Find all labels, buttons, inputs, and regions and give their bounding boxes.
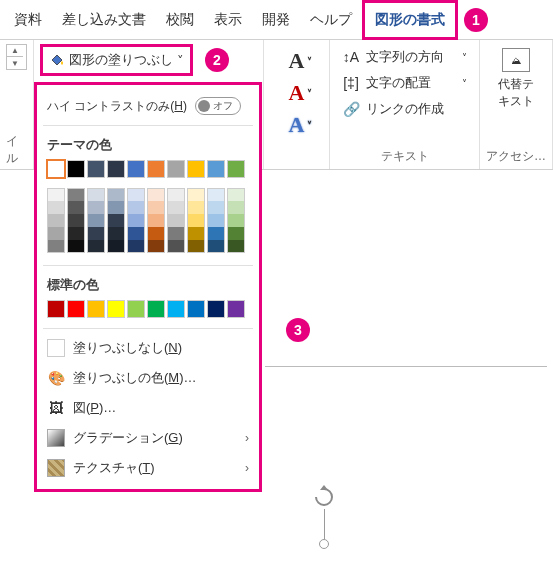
color-swatch[interactable] (187, 300, 205, 318)
color-swatch[interactable] (167, 201, 185, 214)
color-swatch[interactable] (47, 214, 65, 227)
color-swatch[interactable] (167, 300, 185, 318)
shape-anchor-dot[interactable] (319, 539, 329, 549)
wordart-a-fill-icon[interactable]: A˅ (289, 80, 305, 106)
create-link-button[interactable]: 🔗 リンクの作成 (336, 96, 473, 122)
color-swatch[interactable] (67, 227, 85, 240)
color-swatch[interactable] (207, 188, 225, 201)
color-swatch[interactable] (47, 188, 65, 201)
color-swatch[interactable] (207, 240, 225, 253)
color-swatch[interactable] (87, 201, 105, 214)
color-swatch[interactable] (147, 160, 165, 178)
tab-references[interactable]: 資料 (4, 3, 52, 37)
tab-developer[interactable]: 開発 (252, 3, 300, 37)
color-swatch[interactable] (187, 201, 205, 214)
color-swatch[interactable] (87, 300, 105, 318)
color-swatch[interactable] (227, 240, 245, 253)
color-swatch[interactable] (187, 240, 205, 253)
color-swatch[interactable] (127, 214, 145, 227)
picture-fill-item[interactable]: 🖼 図(P)… (37, 393, 259, 423)
color-swatch[interactable] (167, 188, 185, 201)
color-swatch[interactable] (47, 160, 65, 178)
color-swatch[interactable] (67, 300, 85, 318)
color-swatch[interactable] (207, 160, 225, 178)
wordart-a-effects-icon[interactable]: A˅ (289, 112, 305, 138)
color-swatch[interactable] (227, 160, 245, 178)
color-swatch[interactable] (227, 201, 245, 214)
color-swatch[interactable] (127, 188, 145, 201)
divider (43, 265, 253, 266)
color-swatch[interactable] (127, 160, 145, 178)
color-swatch[interactable] (227, 227, 245, 240)
color-swatch[interactable] (87, 160, 105, 178)
color-swatch[interactable] (227, 214, 245, 227)
color-swatch[interactable] (47, 240, 65, 253)
color-swatch[interactable] (67, 160, 85, 178)
shape-rotation-handle[interactable] (312, 485, 336, 549)
color-swatch[interactable] (47, 300, 65, 318)
color-swatch[interactable] (87, 188, 105, 201)
color-swatch[interactable] (87, 240, 105, 253)
color-swatch[interactable] (127, 240, 145, 253)
spinner-down-icon[interactable]: ▼ (7, 57, 23, 69)
spinner[interactable]: ▲ ▼ (6, 44, 27, 70)
color-swatch[interactable] (107, 160, 125, 178)
color-swatch[interactable] (187, 227, 205, 240)
chevron-down-icon: ˅ (462, 52, 467, 63)
color-swatch[interactable] (67, 201, 85, 214)
color-swatch[interactable] (127, 227, 145, 240)
color-swatch[interactable] (187, 188, 205, 201)
color-swatch[interactable] (207, 300, 225, 318)
gradient-fill-item[interactable]: グラデーション(G) › (37, 423, 259, 453)
color-swatch[interactable] (187, 214, 205, 227)
color-swatch[interactable] (87, 227, 105, 240)
tab-shape-format[interactable]: 図形の書式 (362, 0, 458, 40)
color-swatch[interactable] (47, 201, 65, 214)
color-swatch[interactable] (207, 201, 225, 214)
wordart-a-outline-icon[interactable]: A˅ (289, 48, 305, 74)
color-swatch[interactable] (127, 300, 145, 318)
text-direction-button[interactable]: ↕A 文字列の方向 ˅ (336, 44, 473, 70)
color-swatch[interactable] (167, 227, 185, 240)
color-swatch[interactable] (67, 188, 85, 201)
color-swatch[interactable] (107, 300, 125, 318)
color-swatch[interactable] (147, 188, 165, 201)
color-swatch[interactable] (107, 240, 125, 253)
tab-review[interactable]: 校閲 (156, 3, 204, 37)
tab-mailings[interactable]: 差し込み文書 (52, 3, 156, 37)
color-swatch[interactable] (167, 240, 185, 253)
color-swatch[interactable] (67, 240, 85, 253)
text-align-button[interactable]: [‡] 文字の配置 ˅ (336, 70, 473, 96)
color-swatch[interactable] (207, 214, 225, 227)
color-swatch[interactable] (67, 214, 85, 227)
color-swatch[interactable] (107, 227, 125, 240)
spinner-up-icon[interactable]: ▲ (7, 45, 23, 57)
texture-fill-item[interactable]: テクスチャ(T) › (37, 453, 259, 483)
color-swatch[interactable] (87, 214, 105, 227)
color-swatch[interactable] (107, 214, 125, 227)
high-contrast-toggle[interactable]: オフ (195, 97, 241, 115)
color-swatch[interactable] (107, 188, 125, 201)
texture-icon (47, 459, 65, 477)
color-swatch[interactable] (227, 300, 245, 318)
color-swatch[interactable] (47, 227, 65, 240)
color-swatch[interactable] (167, 160, 185, 178)
color-swatch[interactable] (207, 227, 225, 240)
color-swatch[interactable] (227, 188, 245, 201)
more-fill-colors-item[interactable]: 🎨 塗りつぶしの色(M)… (37, 363, 259, 393)
color-swatch[interactable] (107, 201, 125, 214)
color-swatch[interactable] (187, 160, 205, 178)
color-swatch[interactable] (147, 240, 165, 253)
no-fill-item[interactable]: 塗りつぶしなし(N) (37, 333, 259, 363)
color-swatch[interactable] (127, 201, 145, 214)
color-swatch[interactable] (147, 227, 165, 240)
shape-fill-button[interactable]: 図形の塗りつぶし ˅ (40, 44, 193, 76)
color-swatch[interactable] (167, 214, 185, 227)
alt-text-icon[interactable]: ⛰ (502, 48, 530, 72)
color-swatch[interactable] (147, 214, 165, 227)
color-column (67, 188, 85, 253)
color-swatch[interactable] (147, 201, 165, 214)
tab-view[interactable]: 表示 (204, 3, 252, 37)
tab-help[interactable]: ヘルプ (300, 3, 362, 37)
color-swatch[interactable] (147, 300, 165, 318)
